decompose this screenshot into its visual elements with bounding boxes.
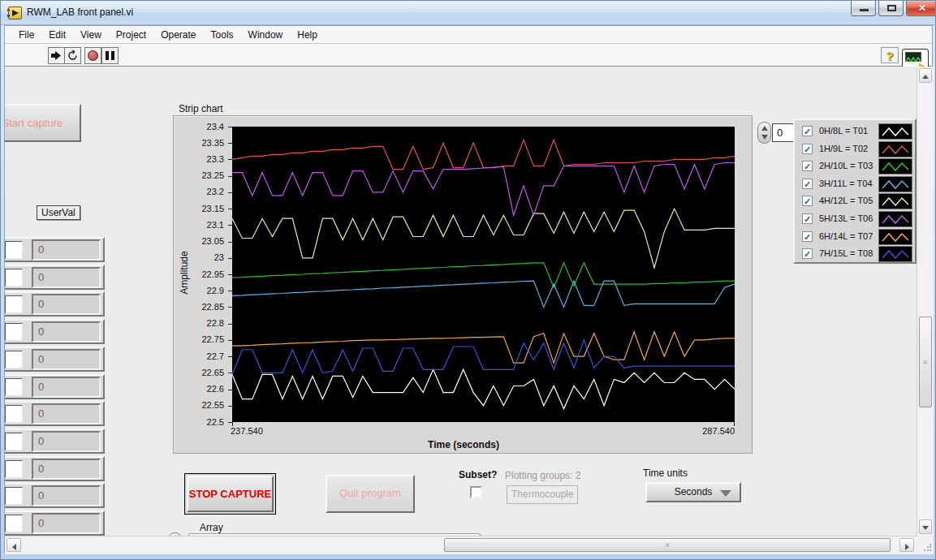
quit-program-button[interactable]: Quit program: [326, 475, 415, 513]
userval-checkbox[interactable]: [5, 241, 23, 259]
legend-line-sample[interactable]: [878, 123, 912, 140]
run-continuous-button[interactable]: [64, 47, 81, 64]
strip-chart-label: Strip chart: [179, 103, 223, 114]
legend-label[interactable]: 5H/13L = T06: [819, 213, 873, 223]
pause-icon: [106, 51, 109, 60]
strip-chart-plot[interactable]: [232, 127, 735, 422]
scroll-down-button[interactable]: [919, 519, 932, 534]
abort-button[interactable]: [84, 47, 101, 64]
legend-row: ✓ 5H/13L = T06: [795, 210, 915, 228]
userval-field[interactable]: 0: [32, 513, 101, 534]
userval-checkbox[interactable]: [5, 269, 23, 286]
userval-field[interactable]: 0: [32, 459, 101, 480]
title-bar[interactable]: RWM_LAB front panel.vi ✕: [1, 1, 935, 25]
subset-checkbox[interactable]: [470, 486, 482, 498]
menu-item-help[interactable]: Help: [290, 27, 325, 43]
y-tick: [228, 143, 232, 144]
labview-vi-icon: [8, 6, 22, 19]
legend-checkbox[interactable]: ✓: [802, 179, 813, 189]
legend-checkbox[interactable]: ✓: [802, 144, 813, 154]
userval-checkbox[interactable]: [5, 515, 23, 532]
run-icon: [50, 50, 63, 62]
scroll-right-button[interactable]: [899, 538, 914, 552]
userval-checkbox[interactable]: [5, 378, 23, 396]
userval-checkbox[interactable]: [5, 295, 23, 313]
resize-grip[interactable]: [917, 536, 934, 554]
legend-scroll-spinner[interactable]: [757, 122, 771, 144]
menu-item-view[interactable]: View: [73, 27, 109, 43]
legend-label[interactable]: 6H/14L = T07: [819, 231, 873, 241]
menu-item-file[interactable]: File: [11, 27, 41, 43]
legend-checkbox[interactable]: ✓: [802, 213, 813, 224]
userval-row: 0: [5, 237, 105, 262]
y-tick-label: 22.7: [174, 351, 224, 361]
vertical-scroll-thumb[interactable]: ≡: [919, 317, 932, 407]
userval-field[interactable]: 0: [32, 267, 101, 288]
start-capture-button[interactable]: Start capture: [5, 104, 81, 142]
arrow-up-icon: [922, 75, 929, 79]
userval-checkbox[interactable]: [5, 433, 23, 450]
horizontal-scrollbar[interactable]: ≡: [5, 536, 917, 554]
legend-line-sample[interactable]: [878, 158, 912, 174]
menu-item-edit[interactable]: Edit: [41, 27, 73, 43]
legend-line-sample[interactable]: [878, 193, 912, 209]
y-tick-label: 22.75: [174, 334, 224, 344]
legend-line-sample[interactable]: [878, 141, 912, 157]
legend-checkbox[interactable]: ✓: [802, 126, 813, 136]
legend-checkbox[interactable]: ✓: [802, 231, 813, 242]
minimize-icon: [860, 9, 869, 11]
minimize-button[interactable]: [851, 1, 876, 16]
y-tick: [228, 406, 232, 407]
menu-item-tools[interactable]: Tools: [204, 27, 241, 43]
userval-field[interactable]: 0: [32, 431, 101, 452]
legend-label[interactable]: 4H/12L = T05: [819, 196, 873, 205]
userval-field[interactable]: 0: [32, 349, 101, 370]
userval-checkbox[interactable]: [5, 487, 23, 505]
horizontal-scroll-thumb[interactable]: ≡: [444, 538, 891, 552]
close-button[interactable]: ✕: [906, 1, 936, 16]
userval-checkbox[interactable]: [5, 351, 23, 368]
legend-label[interactable]: 0H/8L = T01: [819, 126, 868, 136]
y-tick: [228, 159, 232, 160]
spinner-up-icon[interactable]: [761, 126, 768, 131]
userval-field[interactable]: 0: [32, 321, 101, 342]
menu-item-project[interactable]: Project: [109, 27, 153, 43]
userval-checkbox[interactable]: [5, 460, 23, 478]
userval-field[interactable]: 0: [32, 377, 101, 398]
scroll-up-button[interactable]: [919, 68, 932, 83]
legend-checkbox[interactable]: ✓: [802, 161, 813, 171]
run-continuous-icon: [67, 50, 79, 62]
userval-field[interactable]: 0: [32, 403, 101, 424]
legend-label[interactable]: 3H/11L = T04: [819, 179, 873, 188]
legend-line-sample[interactable]: [878, 176, 912, 192]
vertical-scrollbar[interactable]: ≡: [917, 67, 934, 536]
legend-line-sample[interactable]: [878, 246, 912, 262]
legend-row: ✓ 6H/14L = T07: [795, 228, 915, 246]
userval-row: 0: [5, 347, 105, 372]
stop-capture-button[interactable]: STOP CAPTURE: [184, 473, 276, 515]
menu-item-operate[interactable]: Operate: [153, 27, 203, 43]
maximize-button[interactable]: [878, 1, 904, 16]
context-help-button[interactable]: ?: [881, 47, 899, 63]
legend-checkbox[interactable]: ✓: [802, 248, 813, 259]
spinner-down-icon[interactable]: [761, 135, 768, 140]
scroll-left-button[interactable]: [6, 538, 21, 552]
userval-checkbox[interactable]: [5, 405, 23, 423]
menu-item-window[interactable]: Window: [241, 27, 291, 43]
pause-button[interactable]: [101, 47, 119, 64]
userval-checkbox[interactable]: [5, 323, 23, 341]
y-tick-label: 22.5: [174, 417, 224, 427]
time-units-dropdown[interactable]: Seconds: [645, 482, 741, 502]
legend-label[interactable]: 7H/15L = T08: [819, 248, 873, 258]
legend-label[interactable]: 1H/9L = T02: [819, 144, 868, 153]
y-tick: [228, 258, 232, 259]
legend-line-sample[interactable]: [878, 211, 912, 227]
userval-field[interactable]: 0: [32, 485, 101, 506]
userval-field[interactable]: 0: [32, 294, 101, 315]
userval-field[interactable]: 0: [32, 239, 101, 261]
legend-line-sample[interactable]: [878, 229, 912, 245]
legend-checkbox[interactable]: ✓: [802, 196, 813, 206]
legend-label[interactable]: 2H/10L = T03: [819, 161, 873, 170]
strip-chart-plot-svg: [232, 127, 735, 422]
run-button[interactable]: [48, 47, 65, 64]
